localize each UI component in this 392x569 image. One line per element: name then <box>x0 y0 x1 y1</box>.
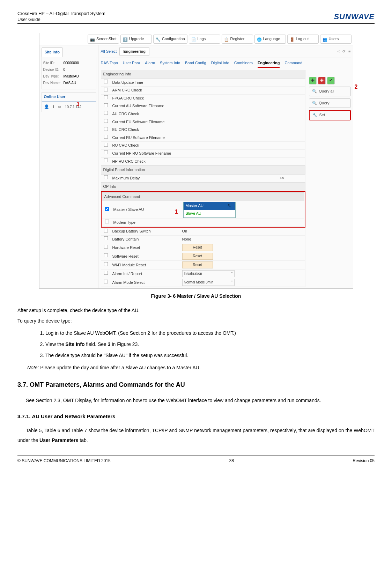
param-au-crc: AU CRC Check <box>111 110 181 118</box>
cb-cur-hpru-sw[interactable] <box>104 150 108 155</box>
cb-data-update[interactable] <box>104 80 108 84</box>
tab-user-para[interactable]: User Para <box>123 60 140 68</box>
user-icon: 👤 <box>44 104 49 110</box>
max-delay-unit: us <box>181 175 305 182</box>
language-button[interactable]: 🌐Language <box>254 35 286 44</box>
tab-system-info[interactable]: System Info <box>160 60 180 68</box>
logs-label: Logs <box>198 36 206 42</box>
paragraph-2: To query the device type: <box>17 317 375 325</box>
online-user-header[interactable]: Online User <box>42 92 96 102</box>
annotation-1: 1 <box>175 207 178 216</box>
query-all-button[interactable]: 🔍Query all <box>309 87 351 96</box>
cb-hpru-crc[interactable] <box>104 158 108 163</box>
chevron-down-icon: ˅ <box>231 271 233 276</box>
alarm-init-value: Initialization <box>184 271 202 276</box>
logout-button[interactable]: 🚪Log out <box>287 35 319 44</box>
doc-title: CrossFire HP – All-Digital Transport Sys… <box>17 11 105 17</box>
logout-icon: 🚪 <box>290 37 295 42</box>
batt-contain-value: None <box>181 236 305 243</box>
list-item-3: The device type should be "Slave AU" if … <box>45 352 375 359</box>
status-red-icon[interactable]: ✚ <box>318 77 326 84</box>
logout-label: Log out <box>296 36 309 42</box>
cb-alarm-mode[interactable] <box>104 280 108 284</box>
nav-tabs: DAS Topo User Para Alarm System Info Ban… <box>101 58 351 70</box>
ip-icon: 🖳 <box>58 104 61 110</box>
cb-modem-type[interactable] <box>105 220 109 224</box>
hw-reset-button[interactable]: Reset <box>182 244 213 251</box>
tab-digital-info[interactable]: Digital Info <box>211 60 229 68</box>
cb-ru-crc[interactable] <box>104 142 108 147</box>
query-button[interactable]: 🔍Query <box>309 98 351 108</box>
register-button[interactable]: 📋Register <box>222 35 253 44</box>
cb-backup-batt[interactable] <box>104 228 108 232</box>
master-slave-dropdown[interactable]: Master AU Slave AU ↖ <box>182 201 304 218</box>
param-max-delay: Maximum Delay <box>111 175 181 182</box>
engineering-top-tab[interactable]: Engineering <box>119 47 149 56</box>
configuration-button[interactable]: 🔧Configuration <box>153 35 187 44</box>
share-icon[interactable]: < <box>338 49 340 55</box>
gear-icon: 🔧 <box>156 37 161 42</box>
cb-cur-au-sw[interactable] <box>104 103 108 107</box>
tab-band-config[interactable]: Band Config <box>185 60 206 68</box>
query-label: Query <box>319 100 330 106</box>
logo: SUNWAVE <box>334 10 375 23</box>
cb-hw-reset[interactable] <box>104 245 108 249</box>
refresh-icon[interactable]: ⟳ <box>342 49 346 55</box>
cb-cur-ru-sw[interactable] <box>104 135 108 139</box>
p371-bold: User Parameters <box>39 437 78 443</box>
cb-wifi-reset[interactable] <box>104 262 108 266</box>
cb-eu-crc[interactable] <box>104 127 108 131</box>
query-all-label: Query all <box>319 88 334 95</box>
paragraph-3-7-1: Table 5, Table 6 and Table 7 show the de… <box>17 426 375 445</box>
param-cur-hpru-sw: Current HP RU Software Filename <box>111 150 181 157</box>
upgrade-button[interactable]: ⬆️Upgrade <box>120 35 152 44</box>
param-eu-crc: EU CRC Check <box>111 126 181 134</box>
cb-cur-eu-sw[interactable] <box>104 119 108 123</box>
param-cur-eu-sw: Current EU Software Filename <box>111 118 181 126</box>
cb-batt-contain[interactable] <box>104 236 108 241</box>
ordered-list: Log in to the Slave AU WebOMT. (See Sect… <box>45 329 375 360</box>
cb-arm-crc[interactable] <box>104 87 108 91</box>
logs-button[interactable]: 📄Logs <box>189 35 220 44</box>
side-buttons: ✚ ✚ ✔ 🔍Query all 🔍Query 🔧Set 2 <box>309 70 351 287</box>
users-button[interactable]: 👥Users <box>320 35 352 44</box>
cb-au-crc[interactable] <box>104 111 108 115</box>
online-user-row: 👤 1 🖳 10.7.1.142 3 <box>42 102 96 112</box>
annotation-3: 3 <box>77 100 80 108</box>
set-button[interactable]: 🔧Set <box>309 110 351 120</box>
language-label: Language <box>263 36 280 42</box>
param-cur-ru-sw: Current RU Software Filename <box>111 134 181 142</box>
cb-master-slave[interactable] <box>105 207 109 211</box>
cb-alarm-init[interactable] <box>104 271 108 275</box>
site-info-tab[interactable]: Site Info <box>42 47 63 58</box>
note-label: Note: <box>27 365 39 370</box>
li2-part-c: field. See <box>85 341 108 347</box>
tab-alarm[interactable]: Alarm <box>145 60 155 68</box>
param-sw-reset: Software Reset <box>111 253 181 260</box>
dd-slave-au[interactable]: Slave AU <box>184 210 235 217</box>
advanced-command-box: Advanced Command Master / Slave AU Maste… <box>101 191 305 228</box>
sw-reset-button[interactable]: Reset <box>182 253 213 260</box>
site-id-label: Site ID: <box>43 60 64 66</box>
alarm-init-select[interactable]: Initialization˅ <box>182 270 235 277</box>
menu-icon[interactable]: ≡ <box>348 49 350 55</box>
top-tabs: All Select Engineering < ⟳ ≡ <box>101 47 351 58</box>
param-alarm-init: Alarm Init/ Report <box>111 270 181 278</box>
cb-sw-reset[interactable] <box>104 253 108 258</box>
tab-engineering[interactable]: Engineering <box>258 60 280 68</box>
cb-max-delay[interactable] <box>104 175 108 179</box>
alarm-mode-select[interactable]: Normal Mode 3min˅ <box>182 279 235 286</box>
screenshot-button[interactable]: 📷ScreenShot <box>88 35 119 44</box>
status-green-icon[interactable]: ✚ <box>309 77 317 84</box>
chevron-down-icon: ˅ <box>231 280 233 285</box>
tab-das-topo[interactable]: DAS Topo <box>101 60 118 68</box>
status-check-icon[interactable]: ✔ <box>327 77 335 84</box>
tab-combiners[interactable]: Combiners <box>234 60 253 68</box>
cb-fpga-crc[interactable] <box>104 95 108 99</box>
all-select-link[interactable]: All Select <box>101 49 117 55</box>
wifi-reset-button[interactable]: Reset <box>182 261 213 268</box>
left-pane: Site Info Site ID:00000000 Device ID:0 D… <box>39 45 99 289</box>
cursor-icon: ↖ <box>227 202 231 209</box>
tab-command[interactable]: Command <box>284 60 302 68</box>
list-item-2: View the Site Info field. See 3 in Figur… <box>45 340 375 348</box>
